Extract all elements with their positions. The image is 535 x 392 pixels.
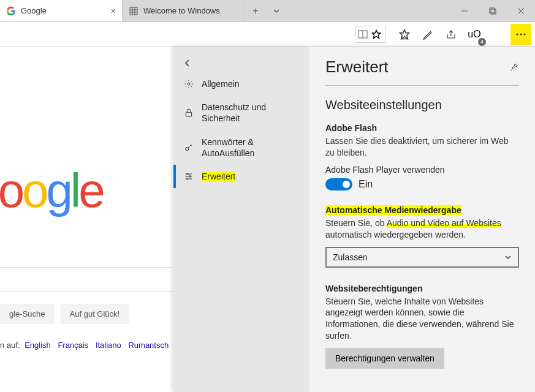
- select-value: Zulassen: [333, 252, 368, 262]
- flash-toggle-state: Ein: [359, 179, 373, 190]
- google-search-button[interactable]: gle-Suche: [0, 304, 55, 324]
- svg-point-18: [520, 33, 522, 35]
- settings-content: Erweitert Websiteeinstellungen Adobe Fla…: [309, 47, 535, 392]
- flash-title: Adobe Flash: [325, 123, 519, 133]
- extension-badge: 4: [478, 38, 486, 46]
- nav-privacy[interactable]: Datenschutz und Sicherheit: [173, 96, 309, 130]
- lang-link[interactable]: Rumantsch: [128, 341, 169, 350]
- svg-marker-12: [400, 29, 409, 39]
- nav-label: Allgemein: [202, 78, 239, 89]
- svg-line-29: [511, 69, 513, 70]
- svg-point-15: [497, 33, 499, 35]
- media-desc: Steuern Sie, ob Audio und Video auf Webs…: [325, 217, 519, 241]
- google-logo: Google: [0, 163, 103, 219]
- nav-passwords[interactable]: Kennwörter & AutoAusfüllen: [173, 130, 309, 165]
- media-title: Automatische Medienwiedergabe: [325, 205, 519, 215]
- svg-point-20: [188, 83, 190, 85]
- favorites-icon[interactable]: [394, 24, 415, 45]
- svg-rect-0: [130, 7, 137, 15]
- google-lucky-button[interactable]: Auf gut Glück!: [61, 304, 129, 324]
- tab-google[interactable]: Google ×: [0, 0, 123, 21]
- ublock-extension-icon[interactable]: uO 4: [464, 24, 485, 45]
- svg-rect-21: [186, 113, 191, 117]
- toolbar: uO 4: [0, 22, 535, 47]
- key-icon: [183, 143, 194, 153]
- lastpass-extension-icon[interactable]: [487, 24, 508, 45]
- back-icon[interactable]: [173, 54, 309, 72]
- favorite-star-icon[interactable]: [371, 29, 381, 39]
- svg-point-16: [500, 33, 502, 35]
- tab-title: Welcome to Windows: [143, 6, 220, 15]
- flash-desc: Lassen Sie dies deaktiviert, um sicherer…: [325, 135, 519, 159]
- svg-point-19: [524, 33, 526, 35]
- svg-point-28: [186, 178, 188, 180]
- window-controls: [450, 0, 535, 21]
- grid-icon: [129, 6, 138, 16]
- minimize-icon[interactable]: [450, 0, 479, 21]
- svg-point-26: [187, 173, 189, 175]
- lang-link[interactable]: English: [25, 341, 51, 350]
- tab-bar: Google × Welcome to Windows +: [0, 0, 535, 22]
- pin-icon[interactable]: [509, 62, 519, 72]
- media-autoplay-select[interactable]: Zulassen: [325, 247, 519, 268]
- svg-point-17: [517, 33, 518, 35]
- google-search-input[interactable]: [0, 267, 173, 292]
- google-favicon: [6, 6, 16, 16]
- settings-flyout: Allgemein Datenschutz und Sicherheit Ken…: [173, 47, 535, 392]
- svg-rect-7: [491, 9, 496, 14]
- nav-label: Datenschutz und Sicherheit: [202, 102, 300, 124]
- share-icon[interactable]: [441, 24, 461, 45]
- notes-icon[interactable]: [417, 24, 438, 45]
- settings-nav: Allgemein Datenschutz und Sicherheit Ken…: [173, 47, 309, 392]
- reading-view-icon[interactable]: [358, 30, 368, 39]
- address-controls: [355, 26, 385, 43]
- svg-marker-11: [372, 30, 380, 38]
- tab-welcome[interactable]: Welcome to Windows: [123, 0, 245, 21]
- lang-prefix: n auf:: [0, 341, 22, 350]
- google-language-row: n auf: English Français Italiano Rumants…: [0, 341, 171, 350]
- separator: [325, 85, 519, 86]
- perm-title: Websiteberechtigungen: [325, 284, 519, 293]
- svg-point-14: [494, 33, 496, 35]
- svg-point-27: [189, 176, 191, 178]
- more-menu-icon[interactable]: [510, 24, 531, 45]
- section-title: Websiteeinstellungen: [325, 98, 519, 112]
- nav-general[interactable]: Allgemein: [173, 72, 309, 96]
- gear-icon: [183, 79, 194, 89]
- flash-toggle-label: Adobe Flash Player verwenden: [325, 165, 519, 175]
- nav-label: Erweitert: [202, 171, 235, 182]
- new-tab-button[interactable]: +: [245, 0, 266, 21]
- lock-icon: [183, 108, 194, 118]
- maximize-icon[interactable]: [479, 0, 507, 21]
- flash-toggle[interactable]: [325, 178, 352, 190]
- perm-desc: Steuern Sie, welche Inhalte von Websites…: [325, 296, 519, 342]
- tab-title: Google: [21, 6, 47, 15]
- nav-label: Kennwörter & AutoAusfüllen: [202, 137, 300, 159]
- panel-title: Erweitert: [325, 58, 389, 77]
- svg-rect-6: [490, 8, 495, 13]
- close-window-icon[interactable]: [507, 0, 535, 21]
- sliders-icon: [183, 172, 194, 181]
- manage-permissions-button[interactable]: Berechtigungen verwalten: [325, 348, 444, 369]
- tab-chevron-icon[interactable]: [266, 0, 287, 21]
- lang-link[interactable]: Italiano: [96, 341, 121, 350]
- svg-point-22: [186, 147, 189, 150]
- lang-link[interactable]: Français: [58, 341, 88, 350]
- nav-advanced[interactable]: Erweitert: [173, 165, 309, 188]
- chevron-down-icon: [504, 254, 512, 261]
- close-icon[interactable]: ×: [111, 6, 116, 16]
